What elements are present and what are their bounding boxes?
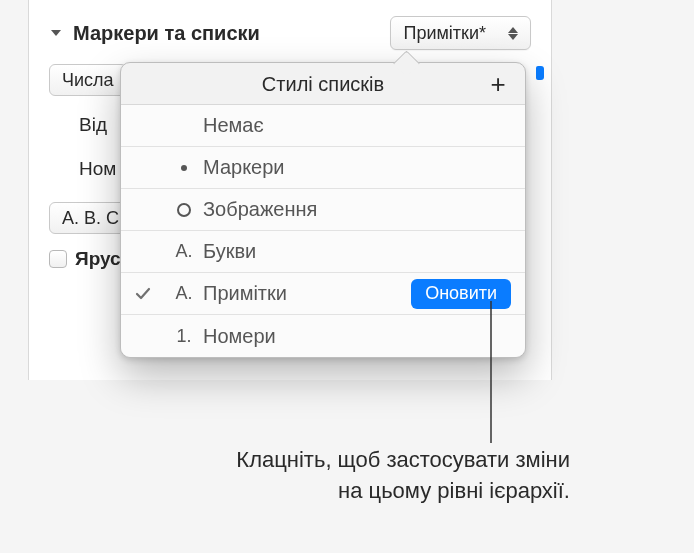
list-marker-icon: 1. — [165, 326, 203, 347]
disclosure-triangle-icon[interactable] — [49, 26, 63, 40]
list-style-dropdown-value: Примітки* — [403, 23, 486, 44]
style-item-label: Зображення — [203, 198, 511, 221]
toggle-edge — [536, 66, 544, 80]
style-item[interactable]: A.ПриміткиОновити — [121, 273, 525, 315]
style-list: НемаєМаркериЗображенняA.БуквиA.ПриміткиО… — [121, 104, 525, 357]
style-item[interactable]: A.Букви — [121, 231, 525, 273]
popover-title: Стилі списків — [135, 73, 511, 96]
abc-format-value: A. B. C. — [62, 208, 124, 229]
checkmark-icon — [121, 285, 165, 303]
popover-header: Стилі списків + — [121, 63, 525, 104]
style-item-label: Букви — [203, 240, 511, 263]
add-style-button[interactable]: + — [485, 71, 511, 97]
section-title: Маркери та списки — [73, 22, 380, 45]
update-style-button[interactable]: Оновити — [411, 279, 511, 309]
style-item-label: Примітки — [203, 282, 411, 305]
numbers-dropdown[interactable]: Числа — [49, 64, 127, 96]
chevron-up-down-icon — [508, 27, 518, 40]
style-item-label: Немає — [203, 114, 511, 137]
tier-checkbox[interactable] — [49, 250, 67, 268]
callout-line2: на цьому рівні ієрархії. — [338, 478, 570, 503]
tier-checkbox-label: Ярус — [75, 248, 121, 270]
style-item[interactable]: Зображення — [121, 189, 525, 231]
list-styles-popover: Стилі списків + НемаєМаркериЗображенняA.… — [120, 62, 526, 358]
list-marker-icon: A. — [165, 283, 203, 304]
list-marker-icon: A. — [165, 241, 203, 262]
style-item[interactable]: Маркери — [121, 147, 525, 189]
style-item-label: Маркери — [203, 156, 511, 179]
list-marker-icon — [165, 165, 203, 171]
list-style-dropdown[interactable]: Примітки* — [390, 16, 531, 50]
numbers-dropdown-value: Числа — [62, 70, 114, 91]
section-header-row: Маркери та списки Примітки* — [49, 16, 531, 50]
callout-text: Клацніть, щоб застосувати зміни на цьому… — [110, 445, 570, 507]
style-item[interactable]: 1.Номери — [121, 315, 525, 357]
style-item[interactable]: Немає — [121, 105, 525, 147]
style-item-label: Номери — [203, 325, 511, 348]
callout-line1: Клацніть, щоб застосувати зміни — [236, 447, 570, 472]
list-marker-icon — [165, 203, 203, 217]
